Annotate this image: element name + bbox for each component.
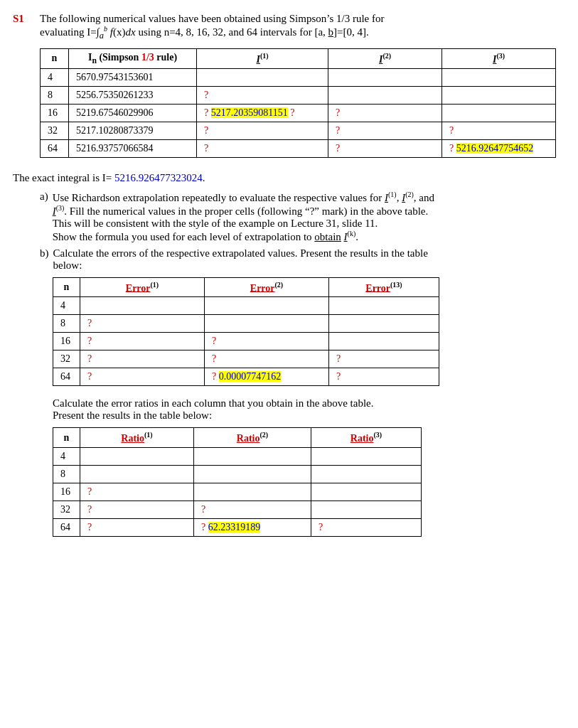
part-a-line4: Show the formula you used for each level… [53, 230, 434, 243]
part-a-label: a) [40, 191, 48, 243]
i1-val: ? [197, 86, 328, 104]
table2: n Error(1) Error(2) Error(13) 4 8 ? 16 ?… [53, 277, 439, 387]
n-val: 4 [53, 448, 80, 466]
i1-val [197, 68, 328, 86]
simpson-val: 5670.97543153601 [69, 68, 197, 86]
r3-val [311, 483, 422, 501]
table-row: 16 5219.67546029906 ? 5217.20359081151 ?… [41, 104, 556, 122]
table-row: 64 ? ? 62.23319189 ? [53, 519, 422, 537]
e2-val: ? 0.00007747162 [205, 368, 329, 386]
col-header-i2: I(2) [328, 49, 442, 69]
table-row: 4 5670.97543153601 [41, 68, 556, 86]
r2-val: ? [194, 501, 311, 519]
e3-val [329, 333, 439, 350]
table1: n In (Simpson 1/3 rule) I(1) I(2) I(3) 4… [40, 48, 556, 158]
n-val: 64 [53, 368, 80, 386]
t3-col-r3: Ratio(3) [311, 428, 422, 448]
n-val: 64 [53, 519, 80, 537]
part-b-line2: below: [53, 259, 428, 272]
n-val: 8 [53, 315, 80, 333]
i3-val: ? 5216.92647754652 [442, 139, 556, 157]
e1-val: ? [80, 333, 205, 350]
table-row: 16 ? [53, 483, 422, 501]
table-row: 64 5216.93757066584 ? ? ? 5216.926477546… [41, 139, 556, 157]
i2-val: ? [328, 139, 442, 157]
e3-val [329, 315, 439, 333]
table-row: 16 ? ? [53, 333, 439, 350]
part-b-content: Calculate the errors of the respective e… [53, 247, 428, 272]
problem-label: S1 [13, 13, 33, 41]
i1-val: ? [197, 122, 328, 139]
i3-val [442, 104, 556, 122]
n-val: 8 [41, 86, 69, 104]
part-a-line2: I(3). Fill the numerical values in the p… [53, 204, 434, 218]
n-val: 16 [53, 483, 80, 501]
i3-val [442, 86, 556, 104]
e2-val: ? [205, 333, 329, 350]
r3-val [311, 466, 422, 483]
r2-val [194, 466, 311, 483]
n-val: 32 [41, 122, 69, 139]
e1-val [80, 297, 205, 315]
n-val: 16 [41, 104, 69, 122]
t3-col-r1: Ratio(1) [80, 428, 194, 448]
r1-val: ? [80, 519, 194, 537]
i3-val [442, 68, 556, 86]
part-b-label-row: b) Calculate the errors of the respectiv… [40, 247, 565, 272]
table3: n Ratio(1) Ratio(2) Ratio(3) 4 8 16 ? 32… [53, 427, 422, 537]
simpson-val: 5256.75350261233 [69, 86, 197, 104]
col-header-i1: I(1) [197, 49, 328, 69]
e1-val: ? [80, 350, 205, 368]
n-val: 4 [53, 297, 80, 315]
col-header-simpson: In (Simpson 1/3 rule) [69, 49, 197, 69]
i2-val: ? [328, 104, 442, 122]
r3-val [311, 501, 422, 519]
i1-val: ? 5217.20359081151 ? [197, 104, 328, 122]
table-row: 8 5256.75350261233 ? [41, 86, 556, 104]
i1-val: ? [197, 139, 328, 157]
r1-val: ? [80, 483, 194, 501]
n-val: 16 [53, 333, 80, 350]
n-val: 32 [53, 350, 80, 368]
r2-val [194, 448, 311, 466]
t2-col-n: n [53, 277, 80, 297]
ratio-intro: Calculate the error ratios in each colum… [53, 397, 565, 422]
simpson-val: 5219.67546029906 [69, 104, 197, 122]
e3-val: ? [329, 368, 439, 386]
r2-val [194, 483, 311, 501]
n-val: 4 [41, 68, 69, 86]
r3-val: ? [311, 519, 422, 537]
part-a-content: Use Richardson extrapolation repeatedly … [53, 191, 434, 243]
r1-val [80, 466, 194, 483]
i3-val: ? [442, 122, 556, 139]
part-a-label-row: a) Use Richardson extrapolation repeated… [40, 191, 565, 243]
e2-val [205, 315, 329, 333]
n-val: 8 [53, 466, 80, 483]
intro-line2: evaluating I=∫ab f(x)dx using n=4, 8, 16… [40, 25, 384, 41]
table-row: 4 [53, 297, 439, 315]
simpson-val: 5216.93757066584 [69, 139, 197, 157]
r1-val [80, 448, 194, 466]
table-row: 8 [53, 466, 422, 483]
t2-col-e3: Error(13) [329, 277, 439, 297]
n-val: 64 [41, 139, 69, 157]
table-row: 32 ? ? ? [53, 350, 439, 368]
table-row: 32 5217.10280873379 ? ? ? [41, 122, 556, 139]
col-header-n: n [41, 49, 69, 69]
part-b-line1: Calculate the errors of the respective e… [53, 247, 428, 259]
table-row: 4 [53, 448, 422, 466]
i2-val [328, 68, 442, 86]
exact-value-line: The exact integral is I= 5216.9264773230… [13, 169, 565, 186]
table-row: 64 ? ? 0.00007747162 ? [53, 368, 439, 386]
table-row: 8 ? [53, 315, 439, 333]
ratio-line1: Calculate the error ratios in each colum… [53, 397, 565, 410]
problem-header: S1 The following numerical values have b… [13, 13, 565, 41]
t3-col-n: n [53, 428, 80, 448]
intro-text: The following numerical values have been… [40, 13, 384, 41]
e2-val: ? [205, 350, 329, 368]
table-row: 32 ? ? [53, 501, 422, 519]
r3-val [311, 448, 422, 466]
ratio-line2: Present the results in the table below: [53, 410, 565, 422]
col-header-i3: I(3) [442, 49, 556, 69]
simpson-val: 5217.10280873379 [69, 122, 197, 139]
